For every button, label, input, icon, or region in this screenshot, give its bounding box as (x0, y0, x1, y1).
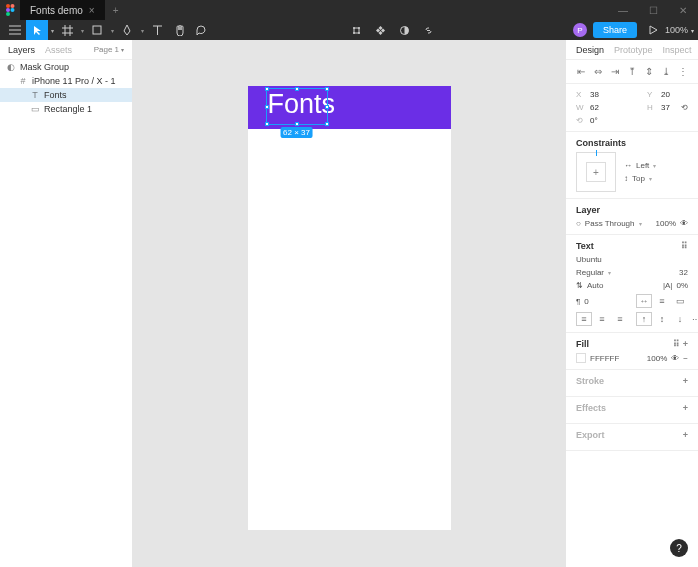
move-tool[interactable]: ▾ (26, 20, 48, 40)
user-avatar[interactable]: P (573, 23, 587, 37)
auto-width-icon[interactable]: ↔ (636, 294, 652, 308)
canvas-frame[interactable]: Fonts 62 × 37 (248, 86, 451, 530)
x-value[interactable]: 38 (590, 90, 599, 99)
add-stroke-icon[interactable]: + (683, 376, 688, 386)
text-align-right-icon[interactable]: ≡ (612, 312, 628, 326)
frame-tool[interactable]: ▾ (56, 20, 78, 40)
close-window-icon[interactable]: ✕ (668, 5, 698, 16)
link-icon[interactable] (417, 20, 439, 40)
edit-object-icon[interactable] (345, 20, 367, 40)
para-spacing-icon: ¶ (576, 297, 580, 306)
canvas[interactable]: Fonts 62 × 37 (133, 40, 565, 567)
resize-handle-tc[interactable] (295, 87, 299, 91)
add-fill-icon[interactable]: + (683, 339, 688, 349)
h-value[interactable]: 37 (661, 103, 670, 112)
pen-tool[interactable]: ▾ (116, 20, 138, 40)
remove-fill-icon[interactable]: − (683, 354, 688, 363)
text-styles-icon[interactable]: ⠿ (681, 241, 688, 251)
purple-header-rect[interactable]: Fonts 62 × 37 (248, 86, 451, 129)
constraint-h[interactable]: Left (636, 161, 649, 170)
align-left-icon[interactable]: ⇤ (574, 66, 587, 77)
align-bottom-icon[interactable]: ⤓ (660, 66, 673, 77)
fill-swatch[interactable] (576, 353, 586, 363)
resize-handle-bl[interactable] (265, 122, 269, 126)
minimize-icon[interactable]: — (608, 5, 638, 16)
mask-icon[interactable] (393, 20, 415, 40)
help-button[interactable]: ? (670, 539, 688, 557)
svg-point-10 (358, 32, 360, 34)
fill-color[interactable]: FFFFFF (590, 354, 619, 363)
present-icon[interactable] (643, 20, 665, 40)
auto-height-icon[interactable]: ≡ (654, 294, 670, 308)
svg-rect-1 (10, 4, 14, 8)
add-tab-button[interactable]: + (105, 5, 127, 16)
para-spacing[interactable]: 0 (584, 297, 588, 306)
svg-rect-4 (6, 12, 10, 16)
component-icon[interactable] (369, 20, 391, 40)
svg-rect-0 (6, 4, 10, 8)
design-tab[interactable]: Design (576, 45, 604, 55)
align-hcenter-icon[interactable]: ⇔ (591, 66, 604, 77)
text-align-center-icon[interactable]: ≡ (594, 312, 610, 326)
shape-tool[interactable]: ▾ (86, 20, 108, 40)
constraint-widget[interactable]: + (576, 152, 616, 192)
distribute-icon[interactable]: ⋮ (677, 66, 690, 77)
resize-handle-tl[interactable] (265, 87, 269, 91)
constraint-v[interactable]: Top (632, 174, 645, 183)
assets-tab[interactable]: Assets (45, 45, 72, 55)
visibility-icon[interactable]: 👁 (680, 219, 688, 228)
text-valign-bot-icon[interactable]: ↓ (672, 312, 688, 326)
layer-mask-group[interactable]: ◐ Mask Group (0, 60, 132, 74)
text-tool[interactable] (146, 20, 168, 40)
align-vcenter-icon[interactable]: ⇕ (643, 66, 656, 77)
prototype-tab[interactable]: Prototype (614, 45, 653, 55)
constrain-proportions-icon[interactable]: ⟲ (674, 103, 688, 112)
fill-visibility-icon[interactable]: 👁 (671, 354, 679, 363)
add-effect-icon[interactable]: + (683, 403, 688, 413)
mask-group-icon: ◐ (6, 62, 16, 72)
font-family[interactable]: Ubuntu (576, 255, 602, 264)
layer-rectangle[interactable]: ▭ Rectangle 1 (0, 102, 132, 116)
resize-handle-rc[interactable] (325, 105, 329, 109)
add-export-icon[interactable]: + (683, 430, 688, 440)
letter-spacing[interactable]: 0% (676, 281, 688, 290)
figma-logo-icon[interactable] (0, 4, 20, 16)
file-tab[interactable]: Fonts demo × (20, 0, 105, 20)
hand-tool[interactable] (168, 20, 190, 40)
fill-style-icon[interactable]: ⠿ (673, 339, 680, 349)
resize-handle-br[interactable] (325, 122, 329, 126)
fixed-size-icon[interactable]: ▭ (672, 294, 688, 308)
font-size[interactable]: 32 (679, 268, 688, 277)
fill-section: Fill⠿ + FFFFFF 100% 👁 − (566, 333, 698, 370)
text-valign-top-icon[interactable]: ↑ (636, 312, 652, 326)
layer-frame[interactable]: # iPhone 11 Pro / X - 1 (0, 74, 132, 88)
zoom-control[interactable]: 100%▾ (665, 25, 694, 35)
share-button[interactable]: Share (593, 22, 637, 38)
resize-handle-bc[interactable] (295, 122, 299, 126)
layer-opacity[interactable]: 100% (656, 219, 676, 228)
fill-opacity[interactable]: 100% (647, 354, 667, 363)
resize-handle-tr[interactable] (325, 87, 329, 91)
blend-mode[interactable]: Pass Through (585, 219, 635, 228)
layer-text-fonts[interactable]: T Fonts (0, 88, 132, 102)
w-value[interactable]: 62 (590, 103, 599, 112)
font-weight[interactable]: Regular (576, 268, 604, 277)
inspect-tab[interactable]: Inspect (663, 45, 692, 55)
rotation-value[interactable]: 0° (590, 116, 598, 125)
maximize-icon[interactable]: ☐ (638, 5, 668, 16)
line-height[interactable]: Auto (587, 281, 603, 290)
resize-handle-lc[interactable] (265, 105, 269, 109)
layers-tab[interactable]: Layers (8, 45, 35, 55)
close-tab-icon[interactable]: × (89, 5, 95, 16)
align-top-icon[interactable]: ⤒ (625, 66, 638, 77)
y-value[interactable]: 20 (661, 90, 670, 99)
text-valign-mid-icon[interactable]: ↕ (654, 312, 670, 326)
menu-icon[interactable] (4, 20, 26, 40)
align-right-icon[interactable]: ⇥ (608, 66, 621, 77)
text-more-icon[interactable]: ⋯ (692, 315, 698, 324)
text-align-left-icon[interactable]: ≡ (576, 312, 592, 326)
blend-icon: ○ (576, 219, 581, 228)
page-selector[interactable]: Page 1▾ (94, 45, 124, 54)
comment-tool[interactable] (190, 20, 212, 40)
selection-box[interactable]: 62 × 37 (266, 88, 328, 125)
